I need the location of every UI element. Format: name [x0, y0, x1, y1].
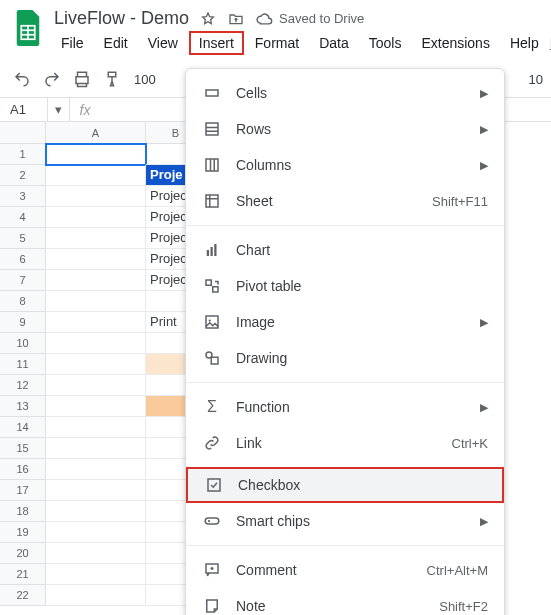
insert-comment-label: Comment — [236, 562, 413, 578]
row-header[interactable]: 19 — [0, 522, 45, 543]
print-button[interactable] — [68, 65, 96, 93]
row-header[interactable]: 21 — [0, 564, 45, 585]
insert-drawing[interactable]: Drawing — [186, 340, 504, 376]
cell-a19[interactable] — [46, 522, 146, 543]
cell-a6[interactable] — [46, 249, 146, 270]
insert-rows[interactable]: Rows ▶ — [186, 111, 504, 147]
cell-a3[interactable] — [46, 186, 146, 207]
insert-link[interactable]: Link Ctrl+K — [186, 425, 504, 461]
row-header[interactable]: 1 — [0, 144, 45, 165]
svg-rect-8 — [206, 159, 218, 171]
row-header[interactable]: 5 — [0, 228, 45, 249]
insert-function[interactable]: Σ Function ▶ — [186, 389, 504, 425]
row-header[interactable]: 2 — [0, 165, 45, 186]
cells-icon — [202, 84, 222, 102]
smart-chips-icon — [202, 512, 222, 530]
svg-rect-16 — [214, 244, 216, 256]
cell-a4[interactable] — [46, 207, 146, 228]
star-icon[interactable] — [199, 10, 217, 28]
row-header[interactable]: 17 — [0, 480, 45, 501]
doc-title[interactable]: LiveFlow - Demo — [54, 8, 189, 29]
cell-a12[interactable] — [46, 375, 146, 396]
sheets-logo[interactable] — [10, 10, 46, 46]
svg-rect-5 — [206, 123, 218, 135]
row-header[interactable]: 13 — [0, 396, 45, 417]
fx-label: fx — [70, 102, 100, 118]
insert-pivot-table[interactable]: Pivot table — [186, 268, 504, 304]
menu-extensions[interactable]: Extensions — [412, 31, 498, 55]
menu-insert[interactable]: Insert — [189, 31, 244, 55]
row-header[interactable]: 9 — [0, 312, 45, 333]
svg-rect-24 — [205, 518, 219, 524]
svg-rect-4 — [206, 90, 218, 96]
row-header[interactable]: 14 — [0, 417, 45, 438]
row-header[interactable]: 12 — [0, 375, 45, 396]
row-header[interactable]: 22 — [0, 585, 45, 606]
cell-a18[interactable] — [46, 501, 146, 522]
cell-a16[interactable] — [46, 459, 146, 480]
name-box[interactable]: A1 — [0, 98, 48, 121]
cell-a17[interactable] — [46, 480, 146, 501]
cell-a20[interactable] — [46, 543, 146, 564]
undo-button[interactable] — [8, 65, 36, 93]
cell-a21[interactable] — [46, 564, 146, 585]
menu-data[interactable]: Data — [310, 31, 358, 55]
menu-file[interactable]: File — [52, 31, 93, 55]
row-header[interactable]: 10 — [0, 333, 45, 354]
cell-a8[interactable] — [46, 291, 146, 312]
menu-help[interactable]: Help — [501, 31, 548, 55]
select-all-corner[interactable] — [0, 122, 46, 144]
cell-a5[interactable] — [46, 228, 146, 249]
image-icon — [202, 313, 222, 331]
cell-a13[interactable] — [46, 396, 146, 417]
menu-view[interactable]: View — [139, 31, 187, 55]
row-header[interactable]: 11 — [0, 354, 45, 375]
row-header[interactable]: 7 — [0, 270, 45, 291]
save-status[interactable]: Saved to Drive — [255, 11, 364, 26]
menu-format[interactable]: Format — [246, 31, 308, 55]
insert-note-label: Note — [236, 598, 425, 614]
cell-a14[interactable] — [46, 417, 146, 438]
row-header[interactable]: 3 — [0, 186, 45, 207]
insert-comment-shortcut: Ctrl+Alt+M — [427, 563, 488, 578]
link-icon — [202, 434, 222, 452]
col-header-a[interactable]: A — [46, 122, 146, 144]
insert-chart[interactable]: Chart — [186, 232, 504, 268]
insert-comment[interactable]: Comment Ctrl+Alt+M — [186, 552, 504, 588]
row-header[interactable]: 6 — [0, 249, 45, 270]
cell-a1[interactable] — [46, 144, 146, 165]
checkbox-icon — [204, 476, 224, 494]
font-size-select[interactable]: 10 — [529, 72, 543, 87]
chevron-right-icon: ▶ — [480, 515, 488, 528]
insert-menu-dropdown: Cells ▶ Rows ▶ Columns ▶ Sheet Shift+F11… — [185, 68, 505, 615]
row-header[interactable]: 18 — [0, 501, 45, 522]
insert-note[interactable]: Note Shift+F2 — [186, 588, 504, 615]
paint-format-button[interactable] — [98, 65, 126, 93]
move-folder-icon[interactable] — [227, 10, 245, 28]
menu-tools[interactable]: Tools — [360, 31, 411, 55]
cell-a15[interactable] — [46, 438, 146, 459]
insert-cells[interactable]: Cells ▶ — [186, 75, 504, 111]
insert-checkbox[interactable]: Checkbox — [186, 467, 504, 503]
insert-image[interactable]: Image ▶ — [186, 304, 504, 340]
insert-sheet[interactable]: Sheet Shift+F11 — [186, 183, 504, 219]
row-header[interactable]: 20 — [0, 543, 45, 564]
zoom-select[interactable]: 100 — [134, 72, 180, 87]
redo-button[interactable] — [38, 65, 66, 93]
cell-a10[interactable] — [46, 333, 146, 354]
row-header[interactable]: 16 — [0, 459, 45, 480]
cell-a11[interactable] — [46, 354, 146, 375]
row-header[interactable]: 4 — [0, 207, 45, 228]
cell-a22[interactable] — [46, 585, 146, 606]
insert-drawing-label: Drawing — [236, 350, 488, 366]
row-header[interactable]: 8 — [0, 291, 45, 312]
cell-a7[interactable] — [46, 270, 146, 291]
cloud-icon — [255, 12, 273, 26]
menu-edit[interactable]: Edit — [95, 31, 137, 55]
cell-a2[interactable] — [46, 165, 146, 186]
row-header[interactable]: 15 — [0, 438, 45, 459]
insert-columns[interactable]: Columns ▶ — [186, 147, 504, 183]
name-box-dropdown[interactable]: ▾ — [48, 98, 70, 121]
insert-smart-chips[interactable]: Smart chips ▶ — [186, 503, 504, 539]
cell-a9[interactable] — [46, 312, 146, 333]
